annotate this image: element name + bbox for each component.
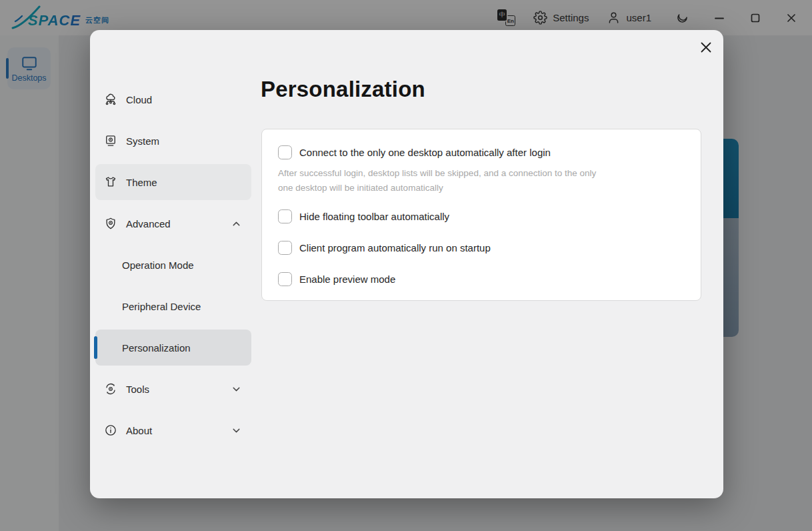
- option-auto-connect: Connect to the only one desktop automati…: [278, 145, 685, 159]
- auto-connect-checkbox[interactable]: [278, 145, 292, 159]
- nav-item-advanced[interactable]: Advanced: [95, 205, 251, 241]
- nav-label: Tools: [126, 384, 149, 395]
- cloud-network-icon: [104, 93, 117, 106]
- nav-label: Theme: [126, 177, 157, 188]
- option-preview-mode: Enable preview mode: [278, 272, 685, 286]
- tshirt-icon: [104, 175, 117, 189]
- settings-nav: Cloud System Theme: [95, 81, 251, 448]
- chevron-up-icon: [231, 218, 242, 229]
- nav-item-cloud[interactable]: Cloud: [95, 81, 251, 117]
- tools-icon: [104, 382, 117, 396]
- nav-label: Cloud: [126, 94, 152, 105]
- option-hide-toolbar: Hide floating toolbar automatically: [278, 209, 685, 223]
- nav-item-peripheral-device[interactable]: Peripheral Device: [95, 288, 251, 324]
- settings-dialog: Cloud System Theme: [90, 30, 723, 498]
- nav-item-operation-mode[interactable]: Operation Mode: [95, 247, 251, 283]
- nav-label: System: [126, 135, 159, 147]
- system-icon: [104, 134, 117, 147]
- option-helper-text: After successful login, desktop lists wi…: [278, 166, 597, 195]
- chevron-down-icon: [231, 384, 242, 395]
- nav-item-theme[interactable]: Theme: [95, 164, 251, 200]
- hide-toolbar-checkbox[interactable]: [278, 209, 292, 223]
- option-run-on-startup: Client program automatically run on star…: [278, 240, 685, 255]
- nav-item-tools[interactable]: Tools: [95, 371, 251, 407]
- nav-item-about[interactable]: About: [95, 412, 251, 448]
- nav-label: Operation Mode: [122, 259, 194, 271]
- option-label: Hide floating toolbar automatically: [299, 211, 449, 222]
- nav-item-system[interactable]: System: [95, 123, 251, 159]
- page-title: Personalization: [261, 77, 425, 102]
- nav-item-personalization[interactable]: Personalization: [95, 330, 251, 366]
- nav-label: Advanced: [126, 218, 171, 229]
- dialog-close-button[interactable]: [697, 39, 715, 56]
- app-window: SPACE 云空间 中 En Settings: [0, 0, 812, 531]
- option-label: Enable preview mode: [299, 274, 395, 285]
- option-label: Client program automatically run on star…: [299, 242, 491, 253]
- info-icon: [104, 424, 117, 437]
- run-on-startup-checkbox[interactable]: [278, 241, 292, 255]
- personalization-options-panel: Connect to the only one desktop automati…: [261, 129, 701, 301]
- selected-indicator-bar: [94, 336, 97, 359]
- nav-label: About: [126, 425, 152, 436]
- close-icon: [699, 40, 713, 55]
- option-label: Connect to the only one desktop automati…: [299, 147, 551, 158]
- chevron-down-icon: [231, 425, 242, 436]
- nav-label: Peripheral Device: [122, 301, 201, 312]
- nav-label: Personalization: [122, 342, 191, 354]
- shield-gear-icon: [104, 217, 117, 230]
- preview-mode-checkbox[interactable]: [278, 272, 292, 286]
